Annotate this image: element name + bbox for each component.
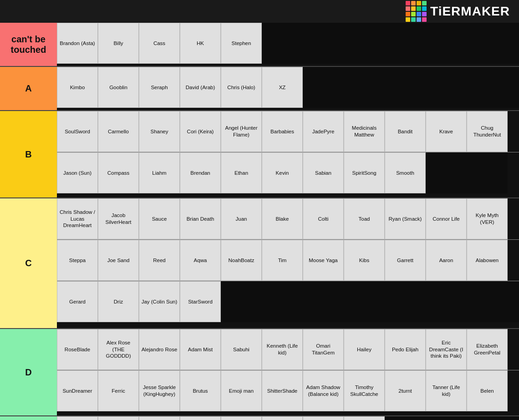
- logo-cell: [417, 17, 421, 22]
- list-item: Cass: [139, 23, 180, 64]
- logo-cell: [411, 12, 416, 16]
- list-item: Jay (Colin Sun): [139, 281, 180, 322]
- list-item: Smooth: [385, 152, 426, 193]
- logo-text: TiERMAKER: [430, 4, 510, 19]
- list-item: Esmee Willow: [180, 416, 221, 420]
- tier-c-rows: Chris Shadow / Lucas DreamHeart Jacob Si…: [57, 198, 519, 328]
- list-item: Brian Death: [180, 198, 221, 239]
- list-item: Chris (Halo): [221, 67, 262, 108]
- logo-cell: [411, 17, 416, 22]
- list-item: Steppa: [57, 240, 98, 281]
- list-item: SunDreamer: [57, 370, 98, 411]
- list-item: David (Arab): [180, 67, 221, 108]
- list-item: Joe Sand: [98, 240, 139, 281]
- list-item: Billy: [98, 23, 139, 64]
- list-item: Adam Shadow (Balance kid): [303, 370, 344, 411]
- tier-b: B SoulSword Carmello Shaney Cori (Keira)…: [0, 111, 519, 198]
- tier-f-label: nigga ur ass lmao: [0, 416, 57, 420]
- list-item: Reed: [139, 240, 180, 281]
- list-item: Compass: [98, 152, 139, 193]
- list-item: ShitterShade: [262, 370, 303, 411]
- list-item: Hailey: [344, 329, 385, 370]
- tier-s: can't be touched Brandon (Asta) Billy Ca…: [0, 23, 519, 67]
- list-item: Gooblin: [98, 67, 139, 108]
- logo-cell: [422, 12, 427, 16]
- list-item: Garrett: [385, 240, 426, 281]
- tier-a: A Kimbo Gooblin Seraph David (Arab) Chri…: [0, 67, 519, 111]
- list-item: Timothy SkullCatche: [344, 370, 385, 411]
- list-item: Colti: [303, 198, 344, 239]
- list-item: Driz: [98, 281, 139, 322]
- list-item: Moose Yaga: [303, 240, 344, 281]
- tier-c: C Chris Shadow / Lucas DreamHeart Jacob …: [0, 198, 519, 329]
- list-item: SoulSword: [57, 111, 98, 152]
- logo-cell: [422, 6, 427, 11]
- list-item: Barbabies: [262, 111, 303, 152]
- list-item: Tanner (Life kid): [426, 370, 467, 411]
- tier-d-label: D: [0, 329, 57, 415]
- tier-b-row-1: Jason (Sun) Compass Liahm Brendan Ethan …: [57, 152, 519, 193]
- list-item: Brandon (Asta): [57, 23, 98, 64]
- list-item: Kyle Myth (VER): [467, 198, 508, 239]
- list-item: Kevin: [262, 152, 303, 193]
- tier-f-rows: Fred SparkleGem Coby Peyton Esmee Willow…: [57, 416, 519, 420]
- tier-d-row-1: SunDreamer Ferric Jesse Sparkle (KingHug…: [57, 370, 519, 411]
- list-item: Jesse ChildFinder: [262, 416, 303, 420]
- logo-cell: [406, 12, 410, 16]
- tier-d-row-0: RoseBlade Alex Rose (THE GODDDD) Alejand…: [57, 329, 519, 370]
- tier-s-rows: Brandon (Asta) Billy Cass HK Stephen: [57, 23, 519, 66]
- list-item: Kenneth (Life kid): [262, 329, 303, 370]
- tier-filler: [467, 152, 508, 193]
- list-item: Pedo Elijah: [385, 329, 426, 370]
- list-item: Medicinals Matthew: [344, 111, 385, 152]
- list-item: Kymma Lotus: [221, 416, 262, 420]
- list-item: Jesse Sparkle (KingHughey): [139, 370, 180, 411]
- list-item: Kibs: [344, 240, 385, 281]
- list-item: Aaron: [426, 240, 467, 281]
- app-wrapper: TiERMAKER can't be touched Brandon (Asta…: [0, 0, 519, 420]
- tier-a-row-0: Kimbo Gooblin Seraph David (Arab) Chris …: [57, 67, 519, 108]
- logo-cell: [417, 12, 421, 16]
- tier-d: D RoseBlade Alex Rose (THE GODDDD) Aleja…: [0, 329, 519, 416]
- tier-c-label: C: [0, 198, 57, 328]
- list-item: RoseBlade: [57, 329, 98, 370]
- list-item: Brendan: [180, 152, 221, 193]
- list-item: StarSword: [180, 281, 221, 322]
- tier-c-row-1: Steppa Joe Sand Reed Aqwa NoahBoatz Tim …: [57, 240, 519, 281]
- list-item: Kimbo: [57, 67, 98, 108]
- list-item: Aqwa: [180, 240, 221, 281]
- tier-f-row-0: Fred SparkleGem Coby Peyton Esmee Willow…: [57, 416, 519, 420]
- list-item: Angel (Hunter Flame): [221, 111, 262, 152]
- tier-filler: [385, 416, 519, 420]
- list-item: Toad: [344, 198, 385, 239]
- list-item: Sabian: [303, 152, 344, 193]
- list-item: Chug ThunderNut: [467, 111, 508, 152]
- tier-a-rows: Kimbo Gooblin Seraph David (Arab) Chris …: [57, 67, 519, 110]
- logo-cell: [411, 1, 416, 5]
- list-item: Tim: [262, 240, 303, 281]
- tier-a-label: A: [0, 67, 57, 110]
- header: TiERMAKER: [0, 0, 519, 23]
- tier-b-row-0: SoulSword Carmello Shaney Cori (Keira) A…: [57, 111, 519, 152]
- list-item: Connor Life: [426, 198, 467, 239]
- list-item: Ferric: [98, 370, 139, 411]
- list-item: Alex Rose (THE GODDDD): [98, 329, 139, 370]
- logo-cell: [422, 17, 427, 22]
- list-item: Elizabeth GreenPetal: [467, 329, 508, 370]
- list-item: Eric DreamCaste (I think its Paki): [426, 329, 467, 370]
- tier-s-row-0: Brandon (Asta) Billy Cass HK Stephen: [57, 23, 519, 64]
- list-item: SpiritSong: [344, 152, 385, 193]
- logo-cell: [417, 1, 421, 5]
- list-item: Coby: [98, 416, 139, 420]
- list-item: Gerard: [57, 281, 98, 322]
- tier-filler: [221, 281, 519, 322]
- list-item: HK: [180, 23, 221, 64]
- list-item: Blake: [262, 198, 303, 239]
- list-item: JadePyre: [303, 111, 344, 152]
- tier-s-label: can't be touched: [0, 23, 57, 66]
- list-item: Krave: [426, 111, 467, 152]
- tier-b-label: B: [0, 111, 57, 197]
- logo-cell: [406, 1, 410, 5]
- tier-c-row-0: Chris Shadow / Lucas DreamHeart Jacob Si…: [57, 198, 519, 240]
- list-item: 2turnt: [385, 370, 426, 411]
